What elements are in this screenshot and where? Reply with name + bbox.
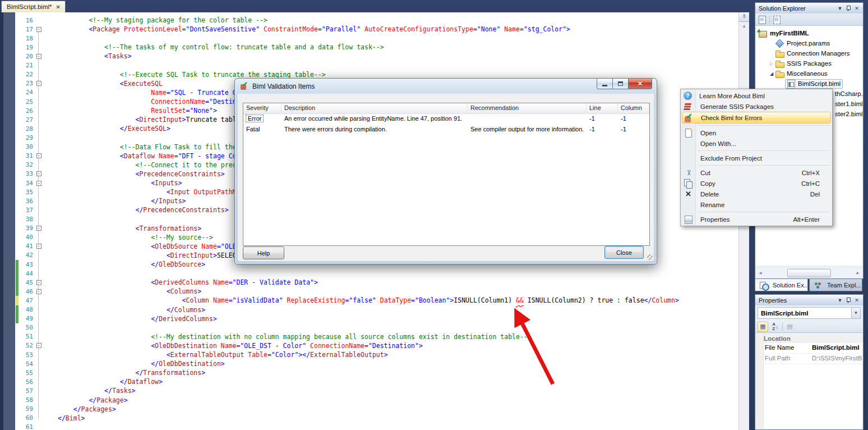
code-line-46[interactable]: 46- <Columns> (0, 287, 738, 296)
menu-item-exclude-from-project[interactable]: Exclude From Project (681, 153, 832, 163)
chevron-down-icon[interactable]: ▼ (851, 308, 860, 318)
menu-item-open-with-[interactable]: Open With... (681, 138, 832, 149)
window-position-icon[interactable]: ▼ (836, 298, 844, 303)
close-button[interactable]: Close (604, 246, 644, 259)
column-header-line[interactable]: Line (587, 103, 618, 113)
menu-item-rename[interactable]: Rename (681, 199, 832, 210)
dialog-title-bar[interactable]: Biml Validation Items (235, 79, 657, 94)
scrollbar-splitter-handle[interactable]: ⇕ (739, 12, 749, 22)
code-line-44[interactable]: 44 (0, 269, 738, 278)
validation-list[interactable]: SeverityDescriptionRecommendationLineCol… (243, 103, 650, 246)
category-row-location[interactable]: ◢ Location (756, 333, 862, 343)
code-line-20[interactable]: 20- <Tasks> (0, 52, 738, 61)
menu-item-cut[interactable]: ✂CutCtrl+X (681, 167, 832, 178)
window-position-icon[interactable]: ▼ (836, 6, 844, 11)
expander-expanded-icon[interactable]: ◢ (768, 71, 775, 76)
close-panel-icon[interactable]: ✕ (853, 298, 861, 303)
scroll-right-arrow[interactable]: ► (853, 271, 862, 276)
help-button[interactable]: Help (243, 246, 284, 259)
code-line-56[interactable]: 56 </Dataflow> (0, 377, 738, 386)
solution-explorer-title-bar[interactable]: Solution Explorer ▼ ✕ (755, 3, 863, 13)
property-row-file-name[interactable]: File NameBimlScript.biml (756, 343, 862, 354)
code-line-19[interactable]: 19 <!--The tasks of my control flow: tru… (0, 43, 738, 52)
menu-item-learn-more-about-biml[interactable]: ?Learn More About Biml (681, 90, 832, 101)
code-line-17[interactable]: 17- <Package ProtectionLevel="DontSaveSe… (0, 25, 738, 34)
pin-icon[interactable] (845, 5, 852, 12)
tree-item-ssis-packages[interactable]: ▷SSIS Packages (756, 58, 862, 68)
code-line-45[interactable]: 45- <DerivedColumns Name="DER - Validate… (0, 278, 738, 287)
fold-collapse-icon[interactable]: - (36, 226, 41, 231)
code-line-16[interactable]: 16 <!--My staging package for the color … (0, 16, 738, 25)
fold-collapse-icon[interactable]: - (36, 343, 41, 348)
code-line-55[interactable]: 55 </Transformations> (0, 368, 738, 377)
tree-item-bimlscript-biml[interactable]: BimlScript.biml (756, 79, 862, 89)
tree-horizontal-scrollbar[interactable]: ◄ ► (756, 268, 862, 278)
panel-tab-team-expl-[interactable]: Team Expl... (809, 279, 862, 291)
column-header-recommendation[interactable]: Recommendation (468, 103, 587, 113)
column-header-description[interactable]: Description (281, 103, 468, 113)
document-tab-bimlscript[interactable]: BimlScript.biml* ✕ (1, 1, 66, 12)
scrollbar-track[interactable] (765, 268, 853, 278)
code-line-50[interactable]: 50 (0, 323, 738, 332)
minimize-button[interactable] (597, 79, 613, 89)
fold-collapse-icon[interactable]: - (36, 27, 41, 32)
scroll-left-arrow[interactable]: ◄ (756, 271, 765, 276)
code-line-21[interactable]: 21 (0, 61, 738, 70)
column-header-column[interactable]: Column (618, 103, 649, 113)
menu-item-copy[interactable]: CopyCtrl+C (681, 178, 832, 189)
categorized-icon[interactable]: ▦ (758, 322, 768, 332)
menu-item-delete[interactable]: ✕DeleteDel (681, 189, 832, 199)
fold-collapse-icon[interactable]: - (36, 181, 41, 186)
fold-collapse-icon[interactable]: - (36, 81, 41, 86)
fold-collapse-icon[interactable]: - (36, 244, 41, 249)
tree-item-clipped[interactable]: ster1.biml (835, 99, 862, 109)
code-line-18[interactable]: 18 (0, 34, 738, 43)
code-line-58[interactable]: 58 </Package> (0, 396, 738, 405)
code-line-54[interactable]: 54 </OleDbDestination> (0, 359, 738, 368)
scroll-up-arrow[interactable]: ▲ (739, 22, 749, 30)
code-line-53[interactable]: 53 <ExternalTableOutput Table="Color"></… (0, 350, 738, 359)
code-line-59[interactable]: 59 </Packages> (0, 405, 738, 414)
panel-tab-solution-ex-[interactable]: Solution Ex... (755, 279, 808, 291)
column-header-severity[interactable]: Severity (243, 103, 281, 113)
fold-collapse-icon[interactable]: - (36, 171, 41, 176)
tree-item-miscellaneous[interactable]: ◢Miscellaneous (756, 68, 862, 79)
tree-item-clipped[interactable]: ster2.biml (835, 109, 862, 119)
tree-item-project-params[interactable]: Project.params (756, 38, 862, 48)
code-line-61[interactable]: 61 (0, 423, 738, 430)
properties-title-bar[interactable]: Properties ▼ ✕ (755, 295, 863, 305)
sort-alphabetical-icon[interactable]: AZ↓ (770, 322, 781, 332)
validation-row-error[interactable]: ErrorAn error occurred while parsing Ent… (243, 114, 649, 125)
tree-item-connection-managers[interactable]: Connection Managers (756, 48, 862, 58)
tree-item-myfirstbiml[interactable]: myFirstBIML (756, 28, 862, 38)
menu-item-check-biml-for-errors[interactable]: Check Biml for Errors (682, 112, 831, 123)
code-line-60[interactable]: 60</Biml> (0, 414, 738, 423)
code-line-47[interactable]: 47 <Column Name="isValidData" ReplaceExi… (0, 296, 738, 305)
tree-item-clipped[interactable]: thCsharp.b (835, 89, 862, 99)
properties-toolbar-icon[interactable] (758, 15, 767, 24)
menu-item-generate-ssis-packages[interactable]: Generate SSIS Packages (681, 101, 832, 112)
expander-collapsed-icon[interactable]: ▷ (768, 61, 775, 66)
menu-item-open[interactable]: Open (681, 127, 832, 138)
fold-collapse-icon[interactable]: - (36, 54, 41, 59)
close-window-button[interactable]: ✕ (628, 79, 652, 89)
close-panel-icon[interactable]: ✕ (853, 6, 861, 11)
validation-row-fatal[interactable]: FatalThere were errors during compilatio… (243, 125, 649, 135)
resize-grip[interactable] (647, 254, 653, 260)
menu-item-properties[interactable]: PropertiesAlt+Enter (681, 214, 832, 225)
properties-object-dropdown[interactable]: BimlScript.biml ▼ (758, 307, 861, 319)
code-line-57[interactable]: 57 </Tasks> (0, 386, 738, 395)
show-all-files-icon[interactable] (772, 15, 782, 24)
property-pages-icon[interactable]: ▤ (784, 322, 795, 332)
code-line-48[interactable]: 48 </Columns> (0, 305, 738, 314)
property-row-full-path[interactable]: Full PathD:\SSIS\myFirstBIML (756, 354, 862, 364)
code-line-52[interactable]: 52- <OleDbDestination Name="OLE_DST - Co… (0, 341, 738, 350)
maximize-button[interactable] (613, 79, 628, 89)
code-line-49[interactable]: 49 </DerivedColumns> (0, 314, 738, 323)
pin-icon[interactable] (845, 297, 852, 304)
scrollbar-thumb[interactable] (787, 269, 831, 277)
code-line-51[interactable]: 51 <!--My destination with no column map… (0, 332, 738, 341)
fold-collapse-icon[interactable]: - (36, 289, 41, 294)
tab-close-icon[interactable]: ✕ (56, 4, 61, 10)
fold-collapse-icon[interactable]: - (36, 153, 41, 158)
